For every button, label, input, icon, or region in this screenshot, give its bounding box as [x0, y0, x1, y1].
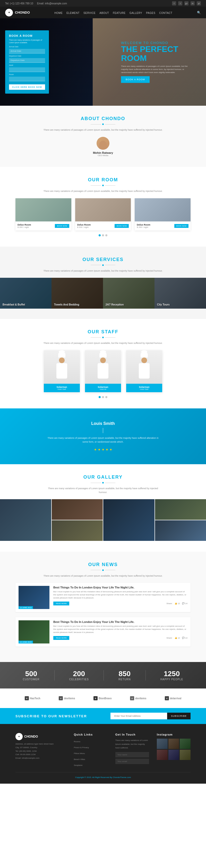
brand-link[interactable]: ChondoTheme.com — [113, 776, 131, 778]
insta-item-1[interactable] — [157, 739, 168, 749]
nav-contact[interactable]: CONTACT — [159, 11, 172, 14]
youtube-icon[interactable]: yt — [197, 1, 201, 5]
logo-icon: ✦ — [5, 9, 13, 17]
nav-gallery[interactable]: GALLERY — [129, 11, 142, 14]
chef-figure-3 — [137, 353, 152, 381]
staff-name-2: Solarman — [87, 386, 119, 389]
staff-desc: There are many variations of passages of… — [32, 341, 174, 345]
star-2: ★ — [98, 448, 101, 452]
staff-dot-3[interactable] — [105, 396, 107, 398]
footer-quick-links-title: Quick Links — [74, 733, 108, 736]
stat-divider-1 — [54, 670, 55, 681]
room-info-2: Delux Room $ 200 / night BOOK NOW — [75, 221, 131, 230]
share-label-2: Share: — [166, 637, 173, 639]
nav-home[interactable]: HOME — [54, 11, 63, 14]
partner-devitems-1: d devitems — [59, 696, 75, 700]
room-card-1: Delux Room $ 200 / night BOOK NOW — [16, 198, 71, 230]
email-info: Email: info@example.com — [37, 2, 67, 5]
staff-dot-1[interactable] — [99, 396, 101, 398]
staff-card-3: Solarman Hotel Staff — [126, 350, 162, 392]
about-person-name: Mohin Ratwary — [16, 151, 190, 154]
testimonial-stars: ★ ★ ★ ★ ★ — [16, 448, 190, 452]
hero-section: BOOK A ROOM There are many variations of… — [0, 18, 206, 106]
footer-link-peace[interactable]: Peace & Privacy — [74, 746, 89, 749]
partner-delarrival: d delarrival — [165, 696, 181, 700]
partners-section: H HasTech d devitems B BionBravo d devit… — [0, 688, 206, 708]
like-count-1: 👍 12 — [175, 602, 180, 604]
insta-item-3[interactable] — [180, 739, 190, 749]
about-divider — [16, 123, 190, 125]
linkedin-icon[interactable]: in — [190, 1, 195, 5]
room-book-button-1[interactable]: BOOK NOW — [55, 224, 69, 228]
testimonial-section: Louis Smith There are many variations of… — [0, 408, 206, 464]
footer-link-rooms[interactable]: Rooms — [74, 740, 80, 743]
footer-quick-links-col: Quick Links Rooms Peace & Privacy Pillow… — [74, 733, 108, 767]
footer-email-input[interactable] — [115, 759, 149, 764]
arrival-input[interactable] — [9, 49, 45, 54]
hastech-name: HasTech — [30, 697, 40, 700]
room-book-button-3[interactable]: BOOK NOW — [174, 224, 188, 228]
nav-pages[interactable]: PAGES — [146, 11, 155, 14]
newsletter-email-input[interactable] — [111, 713, 167, 719]
news-excerpt-1: But I must explain to you how all this m… — [53, 590, 187, 599]
room-card-3: Delux Room $ 200 / night BOOK NOW — [135, 198, 190, 230]
google-icon[interactable]: g+ — [184, 1, 188, 5]
search-icon[interactable]: 🔍 — [197, 11, 201, 14]
footer-link-pillow[interactable]: Pillow Menu — [74, 752, 85, 754]
nav-logo[interactable]: ✦ CHONDO — [5, 9, 30, 17]
footer-instagram-title: Instagram — [157, 733, 190, 736]
newsletter-subscribe-button[interactable]: SUBSCRIBE — [167, 713, 190, 719]
adult-group: Adult — [9, 64, 45, 72]
read-more-button-2[interactable]: Read More — [53, 636, 69, 640]
room-price-3: $ 200 / night — [137, 226, 150, 228]
stat-num-return: 850 — [118, 670, 131, 678]
adult-input[interactable] — [9, 67, 45, 72]
news-title-2: Best Things To Do In London Enjoy Your L… — [53, 620, 187, 623]
facebook-icon[interactable]: f — [172, 1, 176, 5]
rooms-grid: Delux Room $ 200 / night BOOK NOW Delux … — [16, 198, 190, 230]
staff-card-2: Solarman Hotel All — [85, 350, 121, 392]
nav-element[interactable]: ELEMENT — [66, 11, 80, 14]
book-now-button[interactable]: CLICK HERE BOOK NOW — [9, 84, 45, 90]
insta-item-5[interactable] — [168, 750, 179, 760]
footer-about-col: ✦ CHONDO Address, at address type here s… — [16, 733, 66, 767]
nav-about[interactable]: ABOUT — [99, 11, 109, 14]
nav-service[interactable]: SERVICE — [83, 11, 95, 14]
dot-1[interactable] — [99, 234, 101, 236]
footer-grid: ✦ CHONDO Address, at address type here s… — [16, 733, 190, 767]
staff-card-1: Solarman Hotel Staff — [44, 350, 80, 392]
hero-cta-button[interactable]: BOOK A ROOM — [121, 76, 150, 83]
news-item-1: 12 JUNE 2015 Best Things To Do In London… — [16, 583, 190, 612]
gallery-title: OUR GALLERY — [0, 474, 206, 480]
stat-celebrities: 200 Celebrities — [69, 670, 89, 681]
departure-input[interactable] — [9, 58, 45, 63]
staff-dot-2[interactable] — [102, 396, 104, 398]
footer-link-beach[interactable]: Beach Villas — [74, 758, 85, 761]
room-input[interactable] — [9, 76, 45, 81]
room-price-2: $ 200 / night — [77, 226, 91, 228]
gallery-item-3 — [103, 499, 154, 541]
insta-item-2[interactable] — [168, 739, 179, 749]
twitter-icon[interactable]: t — [178, 1, 182, 5]
footer-name-input[interactable] — [115, 752, 149, 757]
insta-item-4[interactable] — [157, 750, 168, 760]
about-title: ABOUT CHONDO — [16, 116, 190, 121]
insta-item-6[interactable] — [180, 750, 190, 760]
news-social-2: Share: 👍 12 💬 14 — [166, 637, 187, 639]
dot-3[interactable] — [105, 234, 107, 236]
stat-happy: 1250 Happy People — [160, 670, 183, 681]
dot-2[interactable] — [102, 234, 104, 236]
service-overlay-4: City Tours — [154, 278, 206, 309]
stat-num-customer: 500 — [23, 670, 40, 678]
footer-logo: ✦ CHONDO — [16, 733, 66, 740]
navbar: ✦ CHONDO HOME ELEMENT SERVICE ABOUT FEAT… — [0, 7, 206, 18]
footer-link-seaplane[interactable]: Seaplane — [74, 764, 83, 767]
nav-feature[interactable]: FEATURE — [113, 11, 125, 14]
service-overlay-1: Breakfast & Buffet — [0, 278, 52, 309]
read-more-button-1[interactable]: Read More — [53, 601, 69, 606]
news-img-bg-2 — [19, 620, 50, 644]
room-book-button-2[interactable]: BOOK NOW — [115, 224, 129, 228]
room-label: Room — [9, 73, 45, 75]
departure-group: Departure Date — [9, 55, 45, 63]
gallery-item-2 — [52, 499, 103, 520]
